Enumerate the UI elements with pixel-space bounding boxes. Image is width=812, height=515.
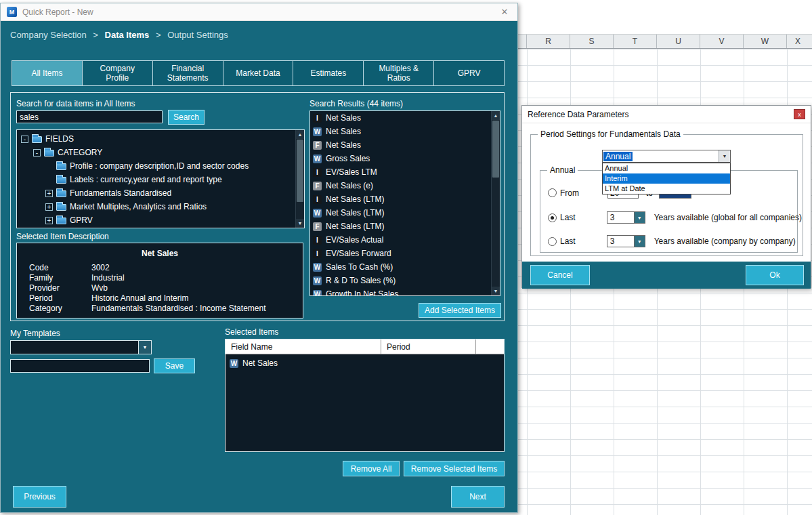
result-item[interactable]: F Net Sales <box>310 138 500 152</box>
excel-column-header[interactable]: S <box>570 35 614 48</box>
breadcrumb-data-items[interactable]: Data Items <box>105 30 150 40</box>
provider-badge: I <box>313 114 322 123</box>
result-item[interactable]: I EV/Sales Actual <box>310 233 500 247</box>
period-combobox[interactable]: Annual ▼ <box>602 150 731 163</box>
scroll-up-icon[interactable]: ▲ <box>296 130 304 139</box>
folder-icon <box>56 218 66 224</box>
template-name-input[interactable] <box>10 359 150 373</box>
expand-icon[interactable]: + <box>45 190 53 197</box>
breadcrumb-company-selection[interactable]: Company Selection <box>10 30 87 40</box>
my-templates-label: My Templates <box>10 329 60 338</box>
tab-company-profile[interactable]: Company Profile <box>82 60 153 86</box>
dialog-title-bar[interactable]: Reference Data Parameters x <box>522 106 811 123</box>
tree-item-gprv[interactable]: + GPRV <box>17 213 304 227</box>
result-item[interactable]: W Gross Sales <box>310 152 500 165</box>
last-global-count-field[interactable] <box>607 211 635 224</box>
collapse-icon[interactable]: - <box>33 149 41 157</box>
tree-item-label: Profile : company description,ID and sec… <box>70 161 249 171</box>
tree-item-fields[interactable]: - FIELDS <box>17 132 304 146</box>
app-icon: M <box>7 7 17 17</box>
scrollbar-thumb[interactable] <box>492 121 499 178</box>
tree-item-market-multiples[interactable]: + Market Multiples, Analytics and Ratios <box>17 200 304 213</box>
from-radio[interactable] <box>548 188 557 197</box>
tree-scrollbar[interactable]: ▲ ▼ <box>295 130 304 228</box>
search-button[interactable]: Search <box>168 110 205 125</box>
breadcrumb-separator: > <box>156 30 161 40</box>
count-caret-icon[interactable]: ▼ <box>635 235 645 247</box>
result-item[interactable]: F Net Sales (LTM) <box>310 220 500 233</box>
excel-column-headers: R S T U V W X <box>518 34 812 49</box>
breadcrumb-output-settings[interactable]: Output Settings <box>167 30 228 40</box>
tab-market-data[interactable]: Market Data <box>223 60 294 86</box>
tab-financial-statements[interactable]: Financial Statements <box>152 60 223 86</box>
result-item[interactable]: F Net Sales (e) <box>310 179 500 192</box>
excel-column-header[interactable]: U <box>657 35 700 48</box>
count-caret-icon[interactable]: ▼ <box>635 211 645 224</box>
scrollbar-thumb[interactable] <box>297 140 303 202</box>
excel-column-header[interactable]: T <box>614 35 657 48</box>
cancel-button[interactable]: Cancel <box>530 265 590 285</box>
tab-gprv[interactable]: GPRV <box>433 60 505 86</box>
last-company-count-field[interactable] <box>607 235 635 247</box>
last-global-radio[interactable] <box>548 213 557 222</box>
window-close-icon[interactable]: ✕ <box>498 7 511 17</box>
result-item[interactable]: I EV/Sales LTM <box>310 165 500 179</box>
excel-column-header[interactable]: R <box>527 35 570 48</box>
excel-column-header[interactable]: W <box>744 35 787 48</box>
result-item[interactable]: W Sales To Cash (%) <box>310 260 500 274</box>
reference-data-parameters-dialog: Reference Data Parameters x Period Setti… <box>521 105 811 288</box>
tab-all-items[interactable]: All Items <box>12 60 83 86</box>
description-row: Category Fundamentals Standardised : Inc… <box>17 304 303 314</box>
dialog-close-icon[interactable]: x <box>794 109 805 119</box>
excel-column-header[interactable]: X <box>787 35 812 48</box>
remove-selected-items-button[interactable]: Remove Selected Items <box>404 461 505 476</box>
tab-multiples-ratios[interactable]: Multiples & Ratios <box>363 60 434 86</box>
result-item[interactable]: I Net Sales <box>310 111 500 125</box>
collapse-icon[interactable]: - <box>21 136 28 143</box>
table-row[interactable]: W Net Sales <box>226 354 504 368</box>
result-label: Growth In Net Sales <box>326 289 398 296</box>
option-annual[interactable]: Annual <box>603 163 730 173</box>
column-header-period[interactable]: Period <box>381 339 476 354</box>
folder-icon <box>56 204 66 211</box>
column-header-field-name[interactable]: Field Name <box>226 339 381 354</box>
provider-badge: W <box>313 290 322 297</box>
result-item[interactable]: W Net Sales (LTM) <box>310 206 500 220</box>
expand-icon[interactable]: + <box>45 203 53 211</box>
previous-button[interactable]: Previous <box>13 486 66 508</box>
remove-all-button[interactable]: Remove All <box>343 461 400 476</box>
option-interim[interactable]: Interim <box>603 173 730 184</box>
title-bar[interactable]: M Quick Report - New ✕ <box>1 3 517 21</box>
result-item[interactable]: I EV/Sales Forward <box>310 247 500 260</box>
breadcrumb-separator: > <box>93 30 98 40</box>
ok-button[interactable]: Ok <box>746 265 804 285</box>
last-company-radio[interactable] <box>548 237 557 246</box>
search-input[interactable] <box>16 110 163 123</box>
save-template-button[interactable]: Save <box>154 358 195 373</box>
excel-column-header[interactable]: V <box>700 35 744 48</box>
result-item[interactable]: W Growth In Net Sales <box>310 287 500 296</box>
tab-estimates[interactable]: Estimates <box>293 60 364 86</box>
scroll-up-icon[interactable]: ▲ <box>492 111 500 120</box>
results-scrollbar[interactable]: ▲ ▼ <box>491 111 500 295</box>
tree-item-labels[interactable]: Labels : currency,year end and report ty… <box>17 173 304 186</box>
combo-caret-icon[interactable]: ▼ <box>138 341 151 354</box>
scroll-down-icon[interactable]: ▼ <box>492 287 500 295</box>
next-button[interactable]: Next <box>451 486 505 508</box>
tree-item-label: GPRV <box>70 215 93 225</box>
tree-item-fundamentals[interactable]: + Fundamentals Standardised <box>17 186 304 200</box>
scroll-down-icon[interactable]: ▼ <box>296 219 304 228</box>
result-item[interactable]: W R & D To Sales (%) <box>310 274 500 287</box>
description-row: Provider Wvb <box>17 283 303 293</box>
result-item[interactable]: W Net Sales <box>310 125 500 138</box>
option-ltm-at-date[interactable]: LTM at Date <box>603 184 730 194</box>
tree-item-category[interactable]: - CATEGORY <box>17 146 304 159</box>
add-selected-items-button[interactable]: Add Selected Items <box>419 303 501 318</box>
templates-combo[interactable]: ▼ <box>10 340 152 354</box>
description-value: Industrial <box>91 273 125 283</box>
result-label: Net Sales (e) <box>326 181 373 190</box>
result-item[interactable]: I Net Sales (LTM) <box>310 192 500 206</box>
tree-item-profile[interactable]: Profile : company description,ID and sec… <box>17 159 304 173</box>
expand-icon[interactable]: + <box>45 217 53 224</box>
combo-caret-icon[interactable]: ▼ <box>719 150 730 162</box>
